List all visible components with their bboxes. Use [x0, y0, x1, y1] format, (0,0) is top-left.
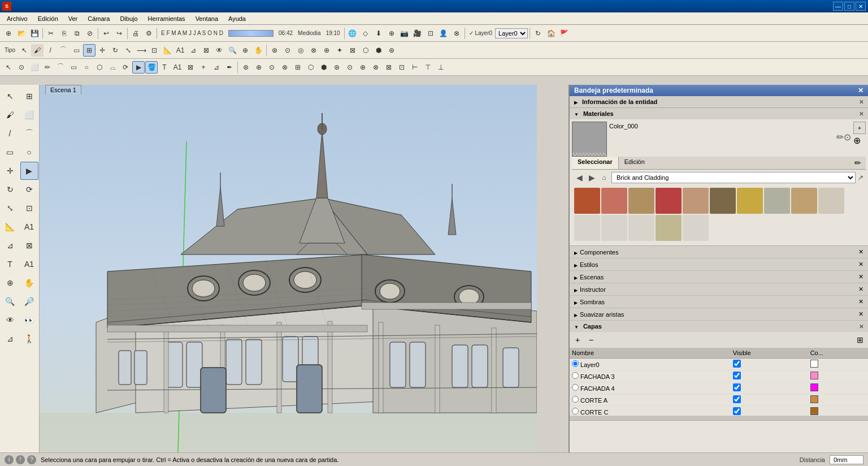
- t3-extra7[interactable]: ⬢: [318, 61, 330, 74]
- mat-tab-select[interactable]: Seleccionar: [572, 157, 619, 169]
- save-button[interactable]: 💾: [28, 27, 41, 40]
- menu-ventana[interactable]: Ventana: [191, 14, 223, 23]
- t3-pushpull[interactable]: ▶: [132, 61, 145, 74]
- cortea-radio[interactable]: [572, 396, 579, 403]
- t3-paint2[interactable]: ⊙: [15, 61, 28, 74]
- tool-arrow-circle[interactable]: ↻: [532, 27, 544, 40]
- menu-archivo[interactable]: Archivo: [2, 14, 32, 23]
- minimize-button[interactable]: —: [833, 2, 843, 11]
- warn-icon[interactable]: !: [16, 455, 25, 464]
- viewport[interactable]: Escena 1: [40, 85, 537, 452]
- soften-close[interactable]: ✕: [858, 310, 863, 318]
- menu-ayuda[interactable]: Ayuda: [224, 14, 250, 23]
- side-dim[interactable]: A1: [20, 218, 38, 236]
- side-tape[interactable]: 📐: [1, 218, 19, 236]
- escenas-close[interactable]: ✕: [858, 273, 863, 281]
- side-circ[interactable]: ○: [20, 143, 38, 161]
- side-text[interactable]: T: [1, 255, 19, 273]
- tool-orbit[interactable]: ⊕: [239, 44, 251, 57]
- layer-select[interactable]: Layer0: [495, 28, 528, 38]
- tool-line[interactable]: /: [44, 44, 57, 57]
- tool-geo[interactable]: ⊕: [385, 27, 398, 40]
- materials-header[interactable]: Materiales ✕: [570, 108, 868, 119]
- tool-plugin5[interactable]: ⊕: [320, 44, 333, 57]
- tool-cam2[interactable]: 🎥: [411, 27, 424, 40]
- t3-extra3[interactable]: ⊙: [266, 61, 278, 74]
- tool-select[interactable]: ↖: [18, 44, 31, 57]
- open-button[interactable]: 📂: [15, 27, 28, 40]
- tool-cam1[interactable]: 📷: [398, 27, 411, 40]
- layers-close[interactable]: ✕: [859, 323, 863, 330]
- tool-shape[interactable]: ▭: [70, 44, 83, 57]
- paste-button[interactable]: ⧉: [71, 27, 83, 40]
- material-sample-icon[interactable]: ⊙: [844, 132, 851, 143]
- tool-cam3[interactable]: ⊡: [424, 27, 437, 40]
- mat-lib-fwd[interactable]: ▶: [587, 173, 597, 182]
- t3-section2[interactable]: ⊠: [184, 61, 197, 74]
- side-zoomext[interactable]: 🔎: [20, 292, 38, 310]
- titlebar-controls[interactable]: — □ ✕: [833, 2, 866, 11]
- tool-plugin7[interactable]: ⊠: [346, 44, 359, 57]
- t3-measure[interactable]: ⊿: [210, 61, 223, 74]
- menu-camara[interactable]: Cámara: [83, 14, 114, 23]
- close-button[interactable]: ✕: [856, 2, 866, 11]
- layer-add-btn[interactable]: +: [572, 334, 583, 346]
- side-zoom[interactable]: 🔍: [1, 292, 19, 310]
- material-create-btn[interactable]: +: [853, 122, 866, 134]
- help-icon[interactable]: ?: [27, 455, 36, 464]
- tool-plugin3[interactable]: ◎: [294, 44, 307, 57]
- t3-extra8[interactable]: ⊛: [331, 61, 343, 74]
- tool-plugin2[interactable]: ⊙: [281, 44, 294, 57]
- tool-protractor[interactable]: ⊿: [187, 44, 199, 57]
- side-arc[interactable]: ⌒: [20, 124, 38, 143]
- fachada4-color[interactable]: [810, 383, 818, 391]
- scene-tab[interactable]: Escena 1: [45, 85, 81, 94]
- t3-follow[interactable]: ⟳: [119, 61, 132, 74]
- print-button[interactable]: 🖨: [129, 27, 142, 40]
- t3-extra10[interactable]: ⊕: [357, 61, 369, 74]
- entity-info-header[interactable]: Información de la entidad ✕: [570, 96, 868, 107]
- tool-push2[interactable]: ⟶: [135, 44, 147, 57]
- swatch-brick1[interactable]: [574, 188, 600, 214]
- side-line[interactable]: /: [1, 124, 19, 143]
- mat-lib-action-icon[interactable]: ↗: [858, 174, 863, 182]
- t3-axis[interactable]: +: [197, 61, 210, 74]
- swatch-brick7[interactable]: [737, 188, 763, 214]
- side-pan[interactable]: ✋: [20, 274, 38, 292]
- tool-zoom[interactable]: 🔍: [226, 44, 238, 57]
- tool-plugin1[interactable]: ⊛: [268, 44, 281, 57]
- side-offset[interactable]: ⊡: [20, 199, 38, 217]
- mat-lib-back[interactable]: ◀: [574, 173, 584, 182]
- tool-section[interactable]: ⊠: [200, 44, 212, 57]
- material-edit-icon[interactable]: ✏: [836, 132, 844, 143]
- layer0-color[interactable]: [810, 360, 818, 368]
- layer0-radio[interactable]: [572, 360, 579, 367]
- cortec-visible[interactable]: [733, 407, 741, 415]
- side-section[interactable]: ⊠: [20, 236, 38, 254]
- instructor-close[interactable]: ✕: [858, 286, 863, 293]
- swatch-brick10[interactable]: [818, 188, 844, 214]
- side-erase[interactable]: ⬜: [20, 106, 38, 124]
- t3-dim2[interactable]: A1: [171, 61, 184, 74]
- side-paint[interactable]: 🖌: [1, 106, 19, 124]
- componentes-close[interactable]: ✕: [858, 248, 863, 256]
- menu-ver[interactable]: Ver: [64, 14, 83, 23]
- side-move[interactable]: ✛: [1, 162, 19, 180]
- side-3dtext[interactable]: A1: [20, 255, 38, 273]
- tool-arc[interactable]: ⌒: [57, 44, 70, 57]
- delete-button[interactable]: ⊘: [84, 27, 96, 40]
- cortea-visible[interactable]: [733, 395, 741, 403]
- t3-circ[interactable]: ○: [80, 61, 93, 74]
- layer0-visible[interactable]: [733, 360, 741, 368]
- side-component[interactable]: ⊞: [20, 87, 38, 105]
- swatch-brick9[interactable]: [791, 188, 817, 214]
- tool-diamond[interactable]: ◇: [359, 27, 372, 40]
- t3-extra4[interactable]: ⊗: [279, 61, 291, 74]
- copy-button[interactable]: ⎘: [58, 27, 70, 40]
- t3-extra6[interactable]: ⬡: [305, 61, 317, 74]
- tool-plugin4[interactable]: ⊗: [307, 44, 320, 57]
- cortea-color[interactable]: [810, 395, 818, 403]
- undo-button[interactable]: ↩: [100, 27, 112, 40]
- t3-extra11[interactable]: ⊗: [370, 61, 382, 74]
- side-walk2[interactable]: 🚶: [20, 330, 38, 348]
